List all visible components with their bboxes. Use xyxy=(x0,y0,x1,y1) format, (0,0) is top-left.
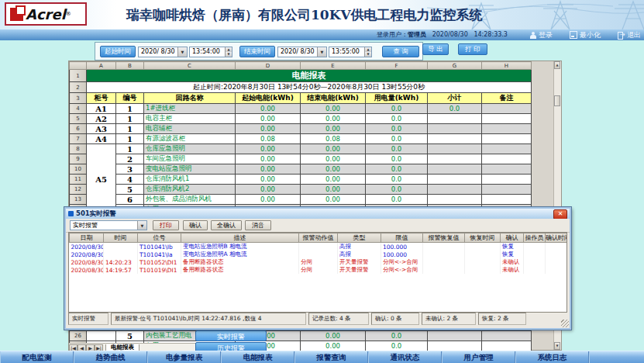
end-energy-cell: 0.00 xyxy=(301,114,366,124)
menu-item-realtime-alarm[interactable]: 实时报警 xyxy=(195,330,267,341)
resize-grip[interactable] xyxy=(561,320,569,327)
end-energy-cell: 0.00 xyxy=(301,195,366,205)
chevron-down-icon[interactable]: ▼ xyxy=(317,47,326,57)
realtime-alarm-dialog: 501实时报警 ✕ 实时报警 ▼ 打印 确认 全确认 消音 日期 时间 位号 描… xyxy=(64,207,571,330)
scrollbar-thumb[interactable] xyxy=(554,95,560,106)
scroll-down-icon[interactable]: ▼ xyxy=(554,342,560,350)
nav-item-system-log[interactable]: 系统日志 xyxy=(515,351,589,363)
dialog-title-bar: 501实时报警 ✕ xyxy=(66,209,570,220)
start-energy-cell: 0.00 xyxy=(236,144,301,154)
number-cell: 5 xyxy=(116,185,144,195)
note-cell xyxy=(482,124,532,134)
person-icon xyxy=(530,32,536,39)
header-cell: 日期 xyxy=(70,233,104,243)
nav-item-energy-report[interactable]: 电能报表 xyxy=(221,351,294,363)
header-cell: 用电量(kWh) xyxy=(366,93,428,104)
start-energy-cell: 0.00 xyxy=(236,175,301,185)
bottom-navbar: 配电监测 趋势曲线 电参量报表 电能报表 报警查询 通讯状态 用户管理 系统日志 xyxy=(0,351,644,363)
print-alarm-button[interactable]: 打印 xyxy=(153,220,179,230)
print-button[interactable]: 打 印 xyxy=(458,43,487,55)
acrel-logo: Acrel ® xyxy=(5,2,87,26)
row-number: 1 xyxy=(70,70,87,82)
header-cell: 时间 xyxy=(104,233,138,243)
start-time-spinner[interactable]: 13:54:00 ▲▼ xyxy=(189,47,232,57)
end-time-label-button[interactable]: 结束时间 xyxy=(239,46,275,57)
scroll-up-icon[interactable]: ▲ xyxy=(554,61,560,69)
usage-cell: 0.0 xyxy=(366,134,428,144)
alarm-type-select[interactable]: 实时报警 ▼ xyxy=(70,220,147,230)
column-letter-row: A B C D E F G H xyxy=(70,62,532,70)
end-time-spinner[interactable]: 13:55:00 ▲▼ xyxy=(329,47,372,57)
nav-item-distribution-monitor[interactable]: 配电监测 xyxy=(0,351,74,363)
end-date-picker[interactable]: 2020/ 8/30 ▼ xyxy=(277,47,327,57)
login-button[interactable]: 登录 xyxy=(530,29,553,40)
spinner-arrows-icon[interactable]: ▲▼ xyxy=(225,47,232,57)
mute-button[interactable]: 消音 xyxy=(245,220,271,230)
alarm-row[interactable]: 2020/08/3014:20:23 T101052\DI1备用断路器状态 分闸… xyxy=(70,258,568,266)
energy-report-table: A B C D E F G H 1 电能报表 2 起止时间:2020年8月30日… xyxy=(69,61,532,215)
alarm-type-value: 实时报警 xyxy=(73,221,98,230)
exit-button[interactable]: 退出 xyxy=(618,29,641,40)
table-row: 7 A4 1 有源滤波器柜 0.08 0.08 0.0 xyxy=(70,134,532,144)
ack-all-button[interactable]: 全确认 xyxy=(211,220,242,230)
query-button[interactable]: 查 询 xyxy=(382,46,419,57)
dialog-title: 501实时报警 xyxy=(76,209,116,219)
status-mode: 实时报警 xyxy=(68,313,108,325)
note-cell xyxy=(482,154,532,164)
end-energy-cell: 0.08 xyxy=(301,134,366,144)
acrel-logo-text: Acrel xyxy=(26,6,66,22)
usage-cell: 0.0 xyxy=(366,124,428,134)
subtotal-cell: 0.0 xyxy=(428,104,482,114)
nav-item-trend-curve[interactable]: 趋势曲线 xyxy=(74,351,147,363)
alarm-row[interactable]: 2020/08/3014:19:57 T101019\DI1备用断路器状态 分闸… xyxy=(70,266,568,274)
report-subtitle-row: 2 起止时间:2020年8月30日 13时54分0秒—2020年8月30日 13… xyxy=(70,82,532,93)
export-button[interactable]: 导 出 xyxy=(422,43,449,55)
subtotal-cell xyxy=(428,331,482,341)
report-title: 电能报表 xyxy=(87,70,532,82)
start-energy-cell: 0.00 xyxy=(236,195,301,205)
header-cell: 类型 xyxy=(338,233,381,243)
header-cell: 报警动作值 xyxy=(299,233,338,243)
table-row: 12 5 仓库消防风机2 0.00 0.00 0.0 xyxy=(70,185,532,195)
table-row: 9 2 车间应急照明 0.00 0.00 0.0 xyxy=(70,154,532,164)
nav-item-comm-status[interactable]: 通讯状态 xyxy=(368,351,442,363)
row-number: 26 xyxy=(70,331,87,341)
end-energy-cell: 0.00 xyxy=(301,331,366,341)
usage-cell: 0.0 xyxy=(366,164,428,175)
table-row: 10 3 变电站应急照明 0.00 0.00 0.0 xyxy=(70,164,532,175)
start-date-picker[interactable]: 2020/ 8/30 ▼ xyxy=(138,47,188,57)
row-number: 12 xyxy=(70,185,87,195)
note-cell xyxy=(482,185,532,195)
minimize-button[interactable]: 最小化 xyxy=(570,29,601,40)
navbar-filler xyxy=(589,351,644,363)
start-time-label-button[interactable]: 起始时间 xyxy=(100,46,136,57)
start-energy-cell: 0.00 xyxy=(236,164,301,175)
chevron-down-icon[interactable]: ▼ xyxy=(137,221,146,230)
chevron-down-icon[interactable]: ▼ xyxy=(177,47,187,57)
registered-mark: ® xyxy=(66,11,71,17)
alarm-row[interactable]: 2020/08/30 T101041\Ia变电站应急照明A 相电流 高报 100… xyxy=(70,251,568,258)
row-number: 2 xyxy=(70,82,87,93)
alarm-row[interactable]: 2020/08/30 T101041\Ib变电站应急照明B 相电流 高报 100… xyxy=(70,243,568,251)
spinner-arrows-icon[interactable]: ▲▼ xyxy=(364,47,371,57)
nav-item-alarm-query[interactable]: 报警查询 xyxy=(294,351,368,363)
usage-cell: 0.0 xyxy=(366,104,428,114)
column-letter: A xyxy=(87,62,116,70)
row-number: 6 xyxy=(70,124,87,134)
end-energy-cell: 0.00 xyxy=(301,175,366,185)
status-record-count: 记录总数: 4 条 xyxy=(308,313,369,325)
page-title: 瑞幸咖啡烘焙（屏南）有限公司10KV供电工程电力监控系统 xyxy=(126,6,483,24)
login-user-name: 管理员 xyxy=(408,31,426,38)
nav-item-user-management[interactable]: 用户管理 xyxy=(442,351,515,363)
ack-button[interactable]: 确认 xyxy=(183,220,208,230)
circuit-name-cell: 仓库应急照明 xyxy=(144,144,236,154)
header-cell: 结束电能(kWh) xyxy=(301,93,366,104)
note-cell xyxy=(482,114,532,124)
cabinet-cell: A1 xyxy=(87,104,116,114)
corner-cell xyxy=(70,62,87,70)
header-cell: 柜号 xyxy=(87,93,116,104)
nav-item-parameter-report[interactable]: 电参量报表 xyxy=(147,351,221,363)
end-energy-cell: 0.00 xyxy=(301,124,366,134)
dialog-toolbar: 实时报警 ▼ 打印 确认 全确认 消音 xyxy=(66,219,570,233)
subtotal-cell xyxy=(428,195,482,205)
